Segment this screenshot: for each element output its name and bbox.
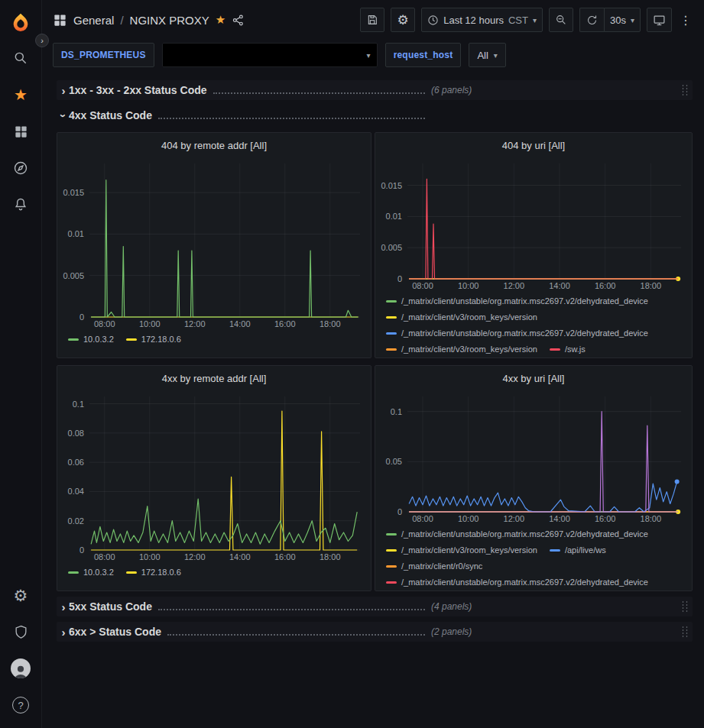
dashboard-settings-button[interactable]: ⚙ <box>391 8 415 32</box>
svg-text:0.06: 0.06 <box>68 458 84 467</box>
grafana-logo[interactable] <box>0 6 41 40</box>
chevron-down-icon: ▾ <box>367 51 371 60</box>
svg-text:0.04: 0.04 <box>68 487 84 496</box>
variable-request-host[interactable]: request_host <box>385 43 462 67</box>
legend-label: /_matrix/client/unstable/org.matrix.msc2… <box>401 528 648 541</box>
variable-value: All <box>477 50 488 61</box>
legend-item[interactable]: /_matrix/client/unstable/org.matrix.msc2… <box>386 528 648 541</box>
row-header-4xx[interactable]: › 4xx Status Code <box>57 105 693 125</box>
dashboard-toolbar: General / NGINX PROXY ★ ⚙ <box>42 0 704 40</box>
legend-item[interactable]: /_matrix/client/unstable/org.matrix.msc2… <box>386 576 648 589</box>
row-header-5xx[interactable]: › 5xx Status Code (4 panels) <box>57 597 693 616</box>
favorite-star-icon[interactable]: ★ <box>216 13 225 27</box>
sidebar-item-dashboards[interactable] <box>0 113 41 150</box>
sidebar-item-server-admin[interactable] <box>0 613 41 650</box>
sidebar-item-explore[interactable] <box>0 150 41 186</box>
svg-text:0: 0 <box>397 507 402 516</box>
panel-header[interactable]: 404 by remote addr [All] <box>57 133 371 157</box>
sidebar-item-search[interactable] <box>0 40 41 76</box>
chart-404-by-remote-addr[interactable]: 08:0010:0012:0014:0016:0018:0000.0050.01… <box>57 157 371 330</box>
variable-request-host-value-select[interactable]: All ▾ <box>469 43 505 67</box>
chevron-down-icon: ▾ <box>533 16 537 24</box>
zoom-out-icon <box>555 14 567 26</box>
panel-header[interactable]: 4xx by remote addr [All] <box>57 366 371 390</box>
more-options-button[interactable]: ⋮ <box>678 8 693 32</box>
svg-text:10:00: 10:00 <box>139 552 161 561</box>
svg-text:16:00: 16:00 <box>595 281 616 290</box>
search-icon <box>13 50 28 66</box>
panel-header[interactable]: 404 by uri [All] <box>375 133 692 157</box>
save-dashboard-button[interactable] <box>360 8 384 32</box>
svg-text:10:00: 10:00 <box>139 319 161 328</box>
drag-handle-icon[interactable] <box>681 600 689 613</box>
svg-text:0.08: 0.08 <box>68 429 84 438</box>
dotted-leader <box>158 118 425 119</box>
legend-item[interactable]: /sw.js <box>550 343 586 356</box>
legend-swatch <box>386 300 397 303</box>
refresh-interval-picker[interactable]: 30s ▾ <box>604 8 641 32</box>
legend-item[interactable]: /_matrix/client/unstable/org.matrix.msc2… <box>386 295 648 308</box>
save-icon <box>366 14 378 26</box>
legend-label: 172.18.0.6 <box>141 566 181 579</box>
sidebar-item-starred[interactable]: ★ <box>0 76 41 113</box>
row-title: 4xx Status Code <box>69 109 152 121</box>
breadcrumb-folder[interactable]: General <box>73 14 114 27</box>
legend-item[interactable]: /api/live/ws <box>550 544 606 557</box>
variable-label: request_host <box>394 50 453 60</box>
chart-404-by-uri[interactable]: 08:0010:0012:0014:0016:0018:0000.0050.01… <box>375 157 692 292</box>
sidebar-expand-button[interactable]: › <box>35 34 49 47</box>
avatar <box>11 658 31 678</box>
legend-swatch <box>386 332 397 335</box>
legend-item[interactable]: /_matrix/client/r0/sync <box>386 560 482 573</box>
drag-handle-icon[interactable] <box>681 84 689 96</box>
legend-item[interactable]: /_matrix/client/v3/room_keys/version <box>386 311 537 324</box>
row-panel-count: (4 panels) <box>431 601 472 612</box>
panel-404-by-uri: 404 by uri [All] 08:0010:0012:0014:0016:… <box>375 132 693 358</box>
chevron-down-icon: ▾ <box>631 16 634 24</box>
panel-4xx-by-uri: 4xx by uri [All] 08:0010:0012:0014:0016:… <box>375 365 693 591</box>
page-title[interactable]: NGINX PROXY <box>130 14 209 27</box>
svg-text:14:00: 14:00 <box>549 281 570 290</box>
svg-text:16:00: 16:00 <box>274 552 296 561</box>
svg-text:0.005: 0.005 <box>381 243 402 252</box>
legend-label: /_matrix/client/v3/room_keys/version <box>401 311 537 324</box>
row-header-1xx-3xx-2xx[interactable]: › 1xx - 3xx - 2xx Status Code (6 panels) <box>57 80 693 100</box>
row-title: 5xx Status Code <box>69 600 152 613</box>
legend-item[interactable]: /_matrix/client/unstable/org.matrix.msc2… <box>386 327 648 340</box>
panel-grid-4xx: 404 by remote addr [All] 08:0010:0012:00… <box>57 132 693 591</box>
time-range-picker[interactable]: Last 12 hours CST ▾ <box>421 8 543 32</box>
legend-item[interactable]: 172.18.0.6 <box>126 566 181 579</box>
svg-text:18:00: 18:00 <box>320 552 341 561</box>
legend-swatch <box>386 533 397 535</box>
apps-grid-icon[interactable] <box>53 13 67 28</box>
row-title: 1xx - 3xx - 2xx Status Code <box>69 84 207 96</box>
drag-handle-icon[interactable] <box>681 626 689 638</box>
legend-item[interactable]: /_matrix/client/v3/room_keys/version <box>386 343 537 356</box>
legend-label: /_matrix/client/unstable/org.matrix.msc2… <box>401 576 648 589</box>
legend-label: /_matrix/client/unstable/org.matrix.msc2… <box>401 327 648 340</box>
svg-text:0: 0 <box>79 545 84 555</box>
legend-swatch <box>386 348 397 351</box>
chart-4xx-by-remote-addr[interactable]: 08:0010:0012:0014:0016:0018:0000.020.040… <box>57 390 371 563</box>
dashboards-grid-icon <box>14 125 28 139</box>
sidebar-item-configuration[interactable]: ⚙ <box>0 577 41 613</box>
tv-mode-button[interactable] <box>647 8 672 32</box>
svg-text:0.01: 0.01 <box>68 229 84 238</box>
sidebar-item-profile[interactable] <box>0 650 41 687</box>
sidebar-item-help[interactable]: ? <box>0 687 41 723</box>
row-panel-count: (2 panels) <box>431 626 472 637</box>
zoom-out-button[interactable] <box>549 8 573 32</box>
variable-ds-prometheus[interactable]: DS_PROMETHEUS <box>53 43 154 67</box>
legend-item[interactable]: 10.0.3.2 <box>68 333 114 346</box>
legend-item[interactable]: /_matrix/client/v3/room_keys/version <box>386 544 537 557</box>
legend-item[interactable]: 10.0.3.2 <box>68 566 114 579</box>
chart-4xx-by-uri[interactable]: 08:0010:0012:0014:0016:0018:0000.050.1 <box>375 390 692 525</box>
panel-header[interactable]: 4xx by uri [All] <box>375 366 692 390</box>
row-header-6xx[interactable]: › 6xx > Status Code (2 panels) <box>57 622 693 642</box>
legend-item[interactable]: 172.18.0.6 <box>126 333 181 346</box>
sidebar-item-alerting[interactable] <box>0 186 41 223</box>
variable-ds-value-select[interactable]: ▾ <box>162 43 378 67</box>
refresh-button[interactable] <box>579 8 604 32</box>
share-icon[interactable] <box>232 14 245 27</box>
time-zone-label: CST <box>508 15 528 26</box>
